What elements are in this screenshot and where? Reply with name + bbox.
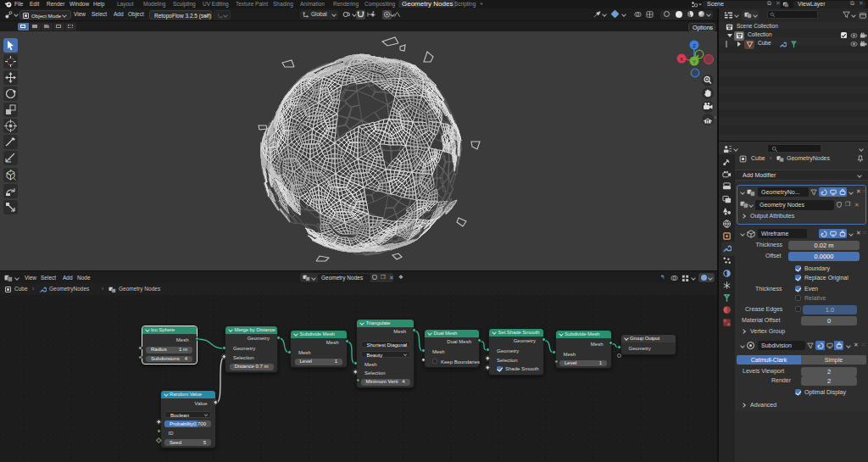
svg-text:X: X [680,57,683,62]
svg-text:Z: Z [693,43,696,48]
svg-text:Y: Y [693,59,696,64]
